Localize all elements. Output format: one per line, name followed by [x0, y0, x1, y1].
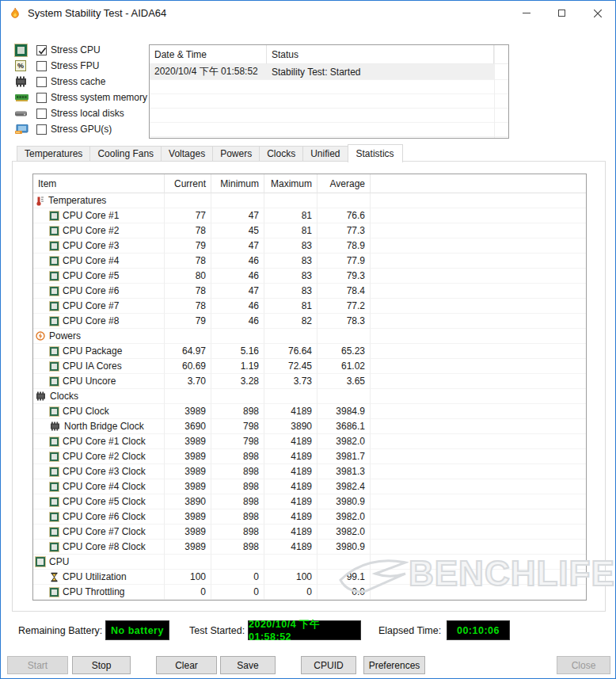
stat-maximum-value: [264, 193, 318, 208]
elapsed-time-label: Elapsed Time:: [378, 620, 441, 640]
stat-item-label: CPU Core #8: [63, 315, 119, 326]
cpuid-button[interactable]: CPUID: [301, 656, 356, 674]
stat-current-value: 3989: [165, 509, 211, 525]
cache-icon: [15, 75, 30, 88]
stats-row[interactable]: CPU Utilization100010099.1: [33, 570, 586, 585]
stat-minimum-value: 5.16: [211, 344, 264, 359]
stress-cpu-checkbox[interactable]: [36, 45, 47, 55]
stat-maximum-value: [264, 555, 318, 570]
stat-current-value: 3890: [165, 494, 211, 509]
tab-unified[interactable]: Unified: [303, 146, 348, 162]
stat-minimum-value: 47: [211, 238, 264, 254]
stat-maximum-value: 4189: [264, 540, 318, 555]
stats-row[interactable]: CPU Core #4 Clock398989841893982.4: [33, 479, 586, 494]
stress-memory-checkbox[interactable]: [36, 93, 47, 103]
stat-current-value: 78: [165, 254, 211, 269]
stats-row[interactable]: North Bridge Clock369079838903686.1: [33, 419, 586, 434]
stats-row[interactable]: CPU Clock398989841893984.9: [33, 404, 586, 419]
stress-disks-checkbox[interactable]: [36, 109, 47, 119]
clear-button[interactable]: Clear: [156, 656, 217, 674]
stats-row[interactable]: CPU: [33, 555, 586, 570]
stats-row[interactable]: CPU Core #3 Clock398989841893981.3: [33, 464, 586, 479]
stats-row[interactable]: CPU Core #5 Clock389089841893980.9: [33, 494, 586, 509]
stats-row[interactable]: CPU Core #580468379.3: [33, 269, 586, 284]
stats-row[interactable]: CPU Core #678478378.4: [33, 284, 586, 299]
stats-row[interactable]: Clocks: [33, 389, 586, 404]
stats-row[interactable]: CPU Core #7 Clock398989841893982.0: [33, 525, 586, 540]
tab-statistics[interactable]: Statistics: [348, 144, 403, 162]
tab-cooling-fans[interactable]: Cooling Fans: [90, 146, 162, 162]
stat-item-label: CPU Core #7: [63, 300, 119, 311]
stats-row[interactable]: Temperatures: [33, 193, 586, 208]
stats-row[interactable]: CPU Core #879468278.3: [33, 314, 586, 329]
save-button[interactable]: Save: [220, 656, 276, 674]
stats-row[interactable]: CPU Core #177478176.6: [33, 208, 586, 223]
log-row[interactable]: 2020/10/4 下午 01:58:52 Stability Test: St…: [150, 64, 508, 80]
stat-current-value: 60.69: [165, 359, 211, 374]
stat-minimum-value: 898: [211, 540, 264, 555]
stat-minimum-value: [211, 329, 264, 344]
stress-option-cpu[interactable]: Stress CPU: [15, 42, 147, 58]
log-header-datetime[interactable]: Date & Time: [150, 45, 267, 64]
stop-button[interactable]: Stop: [72, 656, 131, 674]
maximize-button[interactable]: [544, 1, 580, 25]
stat-item-label: CPU Core #8 Clock: [63, 541, 146, 552]
stat-average-value: 77.3: [318, 223, 371, 238]
stress-fpu-checkbox[interactable]: [36, 61, 47, 71]
close-window-button[interactable]: [580, 1, 615, 25]
log-header-status[interactable]: Status: [267, 45, 494, 64]
stats-row[interactable]: CPU Throttling0000.0: [33, 585, 586, 600]
tab-temperatures[interactable]: Temperatures: [17, 146, 90, 162]
tab-clocks[interactable]: Clocks: [260, 146, 303, 162]
stats-row[interactable]: CPU Core #278458177.3: [33, 223, 586, 238]
stats-row[interactable]: CPU Core #6 Clock398989841893982.0: [33, 509, 586, 525]
stats-row[interactable]: CPU Core #478468377.9: [33, 254, 586, 269]
event-log-table: Date & Time Status 2020/10/4 下午 01:58:52…: [149, 44, 509, 139]
stress-option-gpu[interactable]: Stress GPU(s): [15, 121, 147, 137]
test-started-label: Test Started:: [189, 620, 245, 640]
col-header-average: Average: [318, 174, 371, 193]
stats-row[interactable]: CPU IA Cores60.691.1972.4561.02: [33, 359, 586, 374]
stat-current-value: [165, 193, 211, 208]
stat-maximum-value: 72.45: [264, 359, 318, 374]
minimize-button[interactable]: [508, 1, 544, 25]
caption-buttons: [508, 1, 615, 25]
stat-item-label: North Bridge Clock: [64, 421, 144, 432]
stress-option-fpu[interactable]: % Stress FPU: [15, 58, 147, 74]
stat-average-value: 3982.0: [318, 509, 371, 525]
stat-average-value: 0.0: [318, 585, 371, 600]
stat-minimum-value: 898: [211, 494, 264, 509]
start-button[interactable]: Start: [7, 656, 68, 674]
preferences-button[interactable]: Preferences: [363, 656, 425, 674]
tab-powers[interactable]: Powers: [213, 146, 260, 162]
stat-average-value: 61.02: [318, 359, 371, 374]
tab-voltages[interactable]: Voltages: [162, 146, 213, 162]
close-button[interactable]: Close: [557, 656, 610, 674]
stat-minimum-value: 798: [211, 419, 264, 434]
stats-row[interactable]: CPU Core #1 Clock398979841893982.0: [33, 434, 586, 449]
stat-item-label: CPU Core #5 Clock: [63, 496, 146, 507]
minimize-icon: [523, 13, 530, 13]
cpu-box-icon: [50, 452, 59, 461]
chip-icon: [50, 422, 60, 431]
stress-option-cache[interactable]: Stress cache: [15, 74, 147, 90]
stats-row[interactable]: CPU Core #2 Clock398989841893981.7: [33, 449, 586, 464]
stats-row[interactable]: CPU Uncore3.703.283.733.65: [33, 374, 586, 389]
stress-option-disks[interactable]: Stress local disks: [15, 105, 147, 121]
stress-option-label: Stress FPU: [51, 60, 99, 71]
stat-current-value: 79: [165, 238, 211, 254]
stats-row[interactable]: CPU Package64.975.1676.6465.23: [33, 344, 586, 359]
stats-row[interactable]: CPU Core #379478378.9: [33, 238, 586, 254]
stats-row[interactable]: CPU Core #778468177.2: [33, 299, 586, 314]
stat-maximum-value: 3890: [264, 419, 318, 434]
stress-cache-checkbox[interactable]: [36, 77, 47, 87]
stats-row[interactable]: Powers: [33, 329, 586, 344]
stat-minimum-value: 47: [211, 284, 264, 299]
stress-gpu-checkbox[interactable]: [36, 124, 47, 135]
stats-row[interactable]: CPU Core #8 Clock398989841893980.9: [33, 540, 586, 555]
stress-option-memory[interactable]: Stress system memory: [15, 90, 147, 105]
stat-minimum-value: 46: [211, 314, 264, 329]
stat-item-label: CPU Core #5: [63, 270, 119, 281]
stat-current-value: 3989: [165, 434, 211, 449]
log-header: Date & Time Status: [150, 45, 508, 64]
